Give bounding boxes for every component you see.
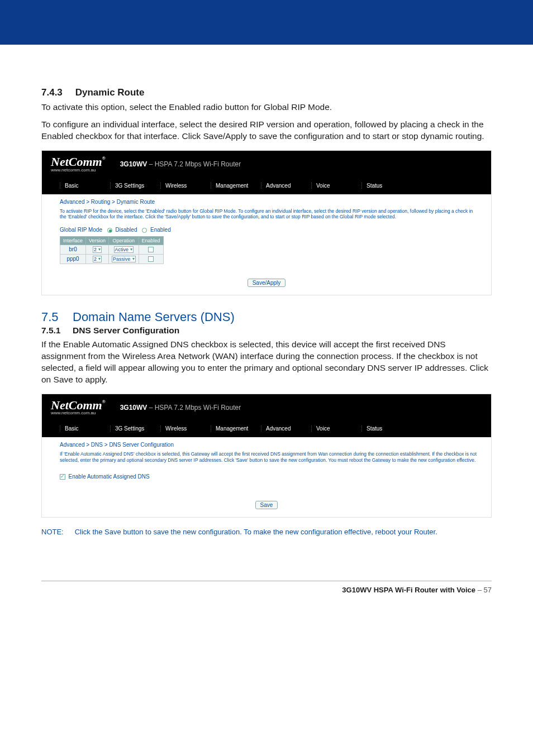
router-header: NetComm® www.netcomm.com.au 3G10WV – HSP… xyxy=(42,394,491,418)
heading-7-4-3: 7.4.3 Dynamic Route xyxy=(41,87,492,98)
operation-value: Passive xyxy=(113,256,131,262)
para-dns-c: to apply. xyxy=(73,375,108,384)
para-dns-a: If the Enable Automatic Assigned DNS che… xyxy=(41,339,488,384)
chevron-down-icon: ▾ xyxy=(130,247,132,252)
nav-advanced[interactable]: Advanced xyxy=(261,425,311,432)
main-nav: Basic 3G Settings Wireless Management Ad… xyxy=(42,418,491,437)
model-title: 3G10WV – HSPA 7.2 Mbps Wi-Fi Router xyxy=(120,160,241,168)
logo-text: NetComm xyxy=(51,155,102,169)
radio-disabled[interactable] xyxy=(107,228,112,233)
para-dns-save: Save xyxy=(54,375,73,384)
heading-number: 7.5.1 xyxy=(41,326,73,336)
note-text: Click the Save button to save the new co… xyxy=(75,528,437,536)
screenshot-dns-config: NetComm® www.netcomm.com.au 3G10WV – HSP… xyxy=(41,394,492,518)
logo-mark: ® xyxy=(102,156,106,161)
version-value: 2 xyxy=(94,247,97,252)
operation-select[interactable]: Passive▾ xyxy=(112,256,136,262)
nav-basic[interactable]: Basic xyxy=(60,183,110,189)
heading-text: DNS Server Configuration xyxy=(73,326,179,335)
nav-advanced[interactable]: Advanced xyxy=(261,183,311,189)
heading-text: Dynamic Route xyxy=(75,87,145,98)
model-bold: 3G10WV xyxy=(120,404,147,412)
version-value: 2 xyxy=(94,256,97,262)
cell-iface: ppp0 xyxy=(60,254,86,264)
nav-3g-settings[interactable]: 3G Settings xyxy=(110,183,160,189)
version-select[interactable]: 2▾ xyxy=(93,256,102,262)
table-row: br0 2▾ Active▾ xyxy=(60,245,164,254)
heading-text: Domain Name Servers (DNS) xyxy=(73,310,235,324)
save-apply-button[interactable]: Save/Apply xyxy=(248,279,286,287)
nav-voice[interactable]: Voice xyxy=(311,425,361,432)
nav-wireless[interactable]: Wireless xyxy=(160,425,211,432)
nav-basic[interactable]: Basic xyxy=(60,425,110,432)
logo-block: NetComm® www.netcomm.com.au xyxy=(51,400,106,416)
col-interface: Interface xyxy=(60,236,86,245)
button-row: Save/Apply xyxy=(42,273,491,295)
main-nav: Basic 3G Settings Wireless Management Ad… xyxy=(42,175,491,194)
router-header: NetComm® www.netcomm.com.au 3G10WV – HSP… xyxy=(42,151,491,175)
logo-mark: ® xyxy=(102,399,106,404)
nav-voice[interactable]: Voice xyxy=(311,183,361,189)
nav-management[interactable]: Management xyxy=(211,425,261,432)
radio-enabled[interactable] xyxy=(142,228,147,233)
enabled-checkbox[interactable] xyxy=(148,256,154,262)
model-rest: – HSPA 7.2 Mbps Wi-Fi Router xyxy=(147,404,241,412)
heading-7-5: 7.5Domain Name Servers (DNS) xyxy=(41,310,492,324)
model-bold: 3G10WV xyxy=(120,160,147,168)
heading-number: 7.5 xyxy=(41,310,73,324)
page-footer: 3G10WV HSPA Wi-Fi Router with Voice – 57 xyxy=(41,581,492,603)
footer-page: – 57 xyxy=(475,586,492,594)
logo-block: NetComm® www.netcomm.com.au xyxy=(51,156,106,173)
screenshot-dynamic-route: NetComm® www.netcomm.com.au 3G10WV – HSP… xyxy=(41,150,492,295)
para-configure: To configure an individual interface, se… xyxy=(41,119,492,142)
screenshot-body: Global RIP Mode Disabled Enabled Interfa… xyxy=(42,224,491,273)
model-title: 3G10WV – HSPA 7.2 Mbps Wi-Fi Router xyxy=(120,404,241,412)
button-row: Save xyxy=(42,495,491,517)
cell-iface: br0 xyxy=(60,245,86,254)
nav-management[interactable]: Management xyxy=(211,183,261,189)
operation-value: Active xyxy=(115,247,129,252)
screenshot-description: To activate RIP for the device, select t… xyxy=(42,207,491,224)
save-button[interactable]: Save xyxy=(255,501,278,509)
heading-7-5-1: 7.5.1DNS Server Configuration xyxy=(41,326,492,336)
screenshot-description: If 'Enable Automatic Assigned DNS' check… xyxy=(42,450,491,467)
chevron-down-icon: ▾ xyxy=(98,247,101,252)
note: NOTE: Click the Save button to save the … xyxy=(41,528,492,536)
version-select[interactable]: 2▾ xyxy=(93,246,102,253)
col-version: Version xyxy=(86,236,109,245)
breadcrumb: Advanced > DNS > DNS Server Configuratio… xyxy=(42,437,491,450)
page-content: 7.4.3 Dynamic Route To activate this opt… xyxy=(0,45,533,547)
col-enabled: Enabled xyxy=(139,236,163,245)
footer-product: 3G10WV HSPA Wi-Fi Router with Voice xyxy=(342,586,475,594)
logo-text: NetComm xyxy=(51,398,102,412)
nav-status[interactable]: Status xyxy=(361,425,412,432)
nav-status[interactable]: Status xyxy=(361,183,412,189)
breadcrumb: Advanced > Routing > Dynamic Route xyxy=(42,194,491,207)
operation-select[interactable]: Active▾ xyxy=(114,246,134,253)
model-rest: – HSPA 7.2 Mbps Wi-Fi Router xyxy=(147,160,241,168)
enabled-checkbox[interactable] xyxy=(148,247,154,252)
table-row: ppp0 2▾ Passive▾ xyxy=(60,254,164,264)
auto-dns-checkbox[interactable] xyxy=(60,474,65,480)
global-rip-mode-label: Global RIP Mode xyxy=(60,227,102,233)
heading-number: 7.4.3 xyxy=(41,87,73,98)
rip-table: Interface Version Operation Enabled br0 … xyxy=(60,236,164,264)
radio-disabled-label: Disabled xyxy=(116,227,137,233)
nav-wireless[interactable]: Wireless xyxy=(160,183,211,189)
chevron-down-icon: ▾ xyxy=(98,256,101,261)
nav-3g-settings[interactable]: 3G Settings xyxy=(110,425,160,432)
radio-enabled-label: Enabled xyxy=(150,227,171,233)
checkbox-row: Enable Automatic Assigned DNS xyxy=(42,468,491,495)
para-dns: If the Enable Automatic Assigned DNS che… xyxy=(41,339,492,386)
top-bar xyxy=(0,0,533,45)
note-label: NOTE: xyxy=(41,528,73,536)
chevron-down-icon: ▾ xyxy=(132,256,135,261)
col-operation: Operation xyxy=(109,236,139,245)
auto-dns-label: Enable Automatic Assigned DNS xyxy=(69,473,150,480)
para-activate: To activate this option, select the Enab… xyxy=(41,102,492,113)
